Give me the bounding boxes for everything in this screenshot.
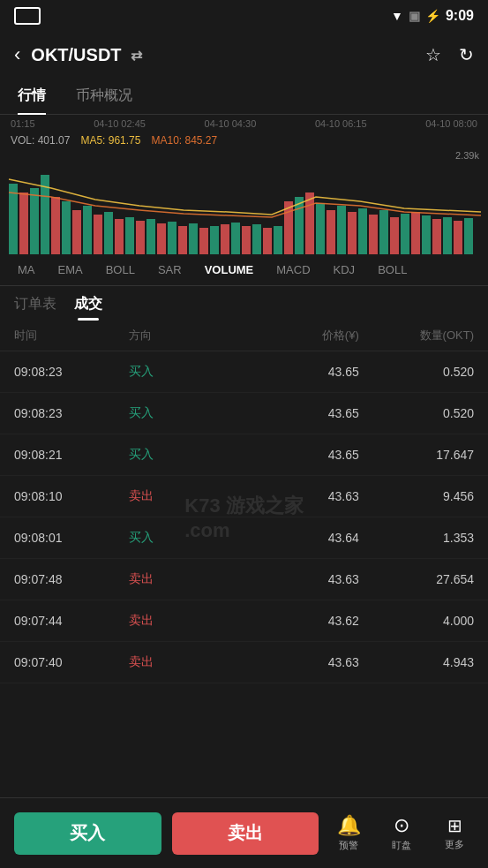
svg-rect-10 bbox=[115, 219, 124, 254]
trade-row: 09:08:23 买入 43.65 0.520 bbox=[0, 351, 488, 393]
svg-rect-0 bbox=[9, 184, 18, 254]
vol-stat: VOL: 401.07 bbox=[11, 134, 70, 147]
svg-rect-12 bbox=[136, 221, 145, 254]
indicator-ema[interactable]: EMA bbox=[48, 260, 94, 280]
svg-rect-8 bbox=[94, 215, 102, 254]
indicator-tabs: MA EMA BOLL SAR VOLUME MACD KDJ BOLL bbox=[0, 254, 488, 286]
svg-rect-28 bbox=[305, 192, 314, 254]
svg-rect-21 bbox=[231, 223, 240, 254]
svg-rect-41 bbox=[443, 217, 452, 254]
refresh-icon[interactable]: ↻ bbox=[459, 44, 474, 65]
svg-rect-15 bbox=[168, 222, 176, 254]
trade-rows: 09:08:23 买入 43.65 0.520 09:08:23 买入 43.6… bbox=[0, 351, 488, 683]
trade-time-2: 09:08:21 bbox=[14, 448, 129, 462]
col-price: 价格(¥) bbox=[244, 328, 359, 343]
svg-rect-35 bbox=[379, 210, 388, 254]
header-title-container: OKT/USDT ⇄ bbox=[31, 45, 425, 65]
svg-rect-43 bbox=[464, 218, 473, 254]
col-direction: 方向 bbox=[129, 328, 244, 343]
tab-overview[interactable]: 币种概况 bbox=[72, 78, 150, 114]
more-icon-item[interactable]: ⊞ 更多 bbox=[435, 815, 474, 851]
svg-rect-6 bbox=[72, 210, 81, 254]
indicator-kdj[interactable]: KDJ bbox=[323, 260, 366, 280]
trade-row: 09:08:21 买入 43.65 17.647 bbox=[0, 434, 488, 476]
ma5-stat: MA5: 961.75 bbox=[80, 134, 140, 147]
back-button[interactable]: ‹ bbox=[14, 43, 20, 66]
trade-row: 09:08:23 买入 43.65 0.520 bbox=[0, 393, 488, 434]
trade-direction-5: 卖出 bbox=[129, 571, 244, 587]
indicator-volume[interactable]: VOLUME bbox=[194, 260, 265, 280]
svg-rect-22 bbox=[242, 226, 251, 254]
trade-qty-2: 17.647 bbox=[359, 448, 474, 462]
svg-rect-32 bbox=[348, 212, 357, 254]
battery-icon: ⚡ bbox=[425, 9, 440, 23]
trade-qty-7: 4.943 bbox=[359, 655, 474, 669]
indicator-macd[interactable]: MACD bbox=[266, 260, 320, 280]
trade-direction-7: 卖出 bbox=[129, 654, 244, 670]
tab-market[interactable]: 行情 bbox=[14, 78, 64, 114]
indicator-ma[interactable]: MA bbox=[7, 260, 46, 280]
order-tabs: 订单表 成交 bbox=[0, 286, 488, 321]
trade-row: 09:07:44 卖出 43.62 4.000 bbox=[0, 600, 488, 642]
svg-rect-29 bbox=[316, 203, 325, 254]
pair-title: OKT/USDT bbox=[31, 45, 121, 65]
svg-rect-14 bbox=[157, 223, 166, 254]
trade-direction-6: 卖出 bbox=[129, 613, 244, 629]
trade-row: 09:08:01 买入 43.64 1.353 bbox=[0, 517, 488, 559]
time-label-0: 01:15 bbox=[11, 118, 35, 129]
switch-icon[interactable]: ⇄ bbox=[131, 47, 142, 64]
indicator-sar[interactable]: SAR bbox=[147, 260, 192, 280]
alert-icon: 🔔 bbox=[337, 814, 361, 837]
svg-rect-42 bbox=[454, 221, 462, 254]
svg-rect-11 bbox=[125, 217, 134, 254]
trade-qty-0: 0.520 bbox=[359, 365, 474, 379]
chart-canvas: 2.39k bbox=[7, 148, 481, 254]
time-label-1: 04-10 02:45 bbox=[94, 118, 146, 129]
alert-label: 预警 bbox=[339, 839, 358, 852]
status-time: 9:09 bbox=[446, 8, 474, 24]
ma10-stat: MA10: 845.27 bbox=[151, 134, 217, 147]
svg-rect-17 bbox=[189, 223, 198, 254]
trade-price-3: 43.63 bbox=[244, 489, 359, 503]
trade-direction-1: 买入 bbox=[129, 405, 244, 421]
trade-qty-6: 4.000 bbox=[359, 614, 474, 628]
table-header: 时间 方向 价格(¥) 数量(OKT) bbox=[0, 321, 488, 351]
svg-rect-40 bbox=[432, 219, 441, 254]
indicator-boll[interactable]: BOLL bbox=[95, 260, 146, 280]
header-actions: ☆ ↻ bbox=[425, 44, 474, 65]
trade-time-6: 09:07:44 bbox=[14, 614, 129, 628]
trade-price-4: 43.64 bbox=[244, 531, 359, 545]
chart-right-label: 2.39k bbox=[455, 150, 479, 161]
trade-time-5: 09:07:48 bbox=[14, 572, 129, 586]
indicator-boll2[interactable]: BOLL bbox=[367, 260, 417, 280]
trade-row: 09:07:48 卖出 43.63 27.654 bbox=[0, 559, 488, 600]
svg-rect-37 bbox=[401, 214, 409, 254]
trade-direction-3: 卖出 bbox=[129, 488, 244, 504]
trade-time-0: 09:08:23 bbox=[14, 365, 129, 379]
svg-rect-31 bbox=[337, 206, 346, 254]
buy-button[interactable]: 买入 bbox=[14, 812, 161, 855]
chart-stats: VOL: 401.07 MA5: 961.75 MA10: 845.27 bbox=[0, 132, 488, 148]
more-icon: ⊞ bbox=[447, 815, 462, 836]
main-tabs: 行情 币种概况 bbox=[0, 78, 488, 115]
trade-time-3: 09:08:10 bbox=[14, 489, 129, 503]
alert-icon-item[interactable]: 🔔 预警 bbox=[329, 814, 368, 852]
trade-direction-4: 买入 bbox=[129, 530, 244, 546]
status-bar: ▼ ▣ ⚡ 9:09 bbox=[0, 0, 488, 32]
trade-price-1: 43.65 bbox=[244, 406, 359, 420]
trade-time-4: 09:08:01 bbox=[14, 531, 129, 545]
svg-rect-23 bbox=[252, 224, 261, 254]
svg-rect-16 bbox=[178, 226, 187, 254]
trade-direction-2: 买入 bbox=[129, 447, 244, 463]
time-label-2: 04-10 04:30 bbox=[205, 118, 257, 129]
watch-icon-item[interactable]: ⊙ 盯盘 bbox=[382, 814, 421, 852]
col-time: 时间 bbox=[14, 328, 129, 343]
sell-button[interactable]: 卖出 bbox=[172, 812, 319, 855]
svg-rect-36 bbox=[390, 217, 399, 254]
trade-time-7: 09:07:40 bbox=[14, 655, 129, 669]
svg-rect-9 bbox=[104, 212, 113, 254]
order-tab-trades[interactable]: 成交 bbox=[74, 295, 102, 321]
star-icon[interactable]: ☆ bbox=[425, 44, 441, 65]
trade-direction-0: 买入 bbox=[129, 364, 244, 380]
order-tab-list[interactable]: 订单表 bbox=[14, 295, 56, 321]
